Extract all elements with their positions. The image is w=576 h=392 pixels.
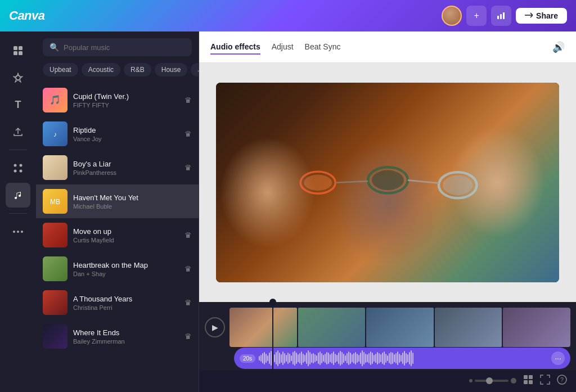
sidebar-item-music[interactable] <box>6 183 30 208</box>
music-panel: 🔍 Upbeat Acoustic R&B House Jazz › 🎵 <box>36 31 199 392</box>
volume-icon[interactable]: 🔊 <box>552 41 565 53</box>
audio-track-row: 20s ··· <box>199 347 576 370</box>
waveform-bar <box>392 353 393 364</box>
waveform-bar <box>264 352 265 364</box>
waveform-bar <box>318 353 319 364</box>
sidebar-item-elements[interactable] <box>6 65 30 90</box>
zoom-thumb[interactable] <box>486 377 493 384</box>
play-button[interactable]: ▶ <box>205 317 225 337</box>
album-art: 🎵 <box>43 88 68 112</box>
search-input-wrap[interactable]: 🔍 <box>43 38 192 56</box>
waveform-bar <box>262 353 263 363</box>
genre-tag-jazz[interactable]: Jazz › <box>191 63 199 76</box>
video-strip-3[interactable] <box>366 308 434 347</box>
music-title: Where It Ends <box>73 328 179 337</box>
music-info: A Thousand Years Christina Perri <box>73 295 179 311</box>
audio-track[interactable]: 20s ··· <box>234 348 570 369</box>
waveform-bar <box>379 353 380 363</box>
svg-rect-38 <box>524 380 528 384</box>
genre-tag-rnb[interactable]: R&B <box>124 63 151 76</box>
fullscreen-button[interactable] <box>540 375 550 387</box>
sidebar-item-more[interactable] <box>6 219 30 244</box>
premium-icon: ♛ <box>184 264 192 273</box>
svg-line-34 <box>335 181 368 183</box>
list-item[interactable]: ♪ Riptide Vance Joy ♛ <box>36 117 199 151</box>
waveform-bar <box>323 355 324 362</box>
grid-view-button[interactable] <box>523 375 533 387</box>
video-strip-1[interactable] <box>230 308 297 347</box>
list-item[interactable]: Boy's a Liar PinkPantheress ♛ <box>36 151 199 184</box>
tab-beat-sync[interactable]: Beat Sync <box>305 40 341 55</box>
share-button[interactable]: Share <box>516 8 567 24</box>
svg-point-31 <box>372 170 404 190</box>
waveform-bar <box>357 354 358 363</box>
svg-point-14 <box>13 231 15 233</box>
analytics-button[interactable] <box>491 6 511 26</box>
video-strip-5[interactable] <box>503 308 570 347</box>
waveform-bar <box>404 351 405 366</box>
svg-text:MB: MB <box>50 198 60 206</box>
waveform-bar <box>382 353 383 364</box>
search-input[interactable] <box>64 43 185 52</box>
bottom-toolbar: ? <box>199 370 576 392</box>
waveform-bar <box>291 355 292 361</box>
list-item[interactable]: 🎵 Cupid (Twin Ver.) FIFTY FIFTY ♛ <box>36 83 199 117</box>
music-artist: Curtis Mayfield <box>73 237 179 244</box>
waveform-bar <box>294 351 295 366</box>
list-item[interactable]: A Thousand Years Christina Perri ♛ <box>36 286 199 319</box>
video-frame <box>216 83 559 282</box>
music-title: A Thousand Years <box>73 295 179 303</box>
genre-tag-acoustic[interactable]: Acoustic <box>82 63 120 76</box>
svg-point-29 <box>304 174 332 190</box>
waveform-bar <box>402 353 403 364</box>
right-area: Audio effects Adjust Beat Sync 🔊 <box>199 31 576 392</box>
zoom-slider[interactable] <box>469 378 516 384</box>
waveform-bar <box>377 352 378 364</box>
help-button[interactable]: ? <box>557 375 567 387</box>
sidebar-item-text[interactable]: T <box>6 92 30 117</box>
waveform-bar <box>304 355 305 362</box>
svg-rect-7 <box>19 51 22 55</box>
list-item[interactable]: Heartbreak on the Map Dan + Shay ♛ <box>36 252 199 286</box>
waveform-bar <box>308 350 309 366</box>
playhead <box>272 302 273 392</box>
list-item-highlighted[interactable]: MB Haven't Met You Yet Michael Buble Cha… <box>36 184 199 218</box>
list-item[interactable]: Move on up Curtis Mayfield ♛ <box>36 218 199 252</box>
music-info: Boy's a Liar PinkPantheress <box>73 160 179 176</box>
waveform-bar <box>299 353 300 363</box>
sidebar-item-grid[interactable] <box>6 38 30 63</box>
waveform-bar <box>358 355 359 362</box>
add-collaborator-button[interactable]: + <box>466 6 487 26</box>
waveform-bar <box>345 355 346 361</box>
music-title: Boy's a Liar <box>73 160 179 168</box>
svg-rect-6 <box>14 51 17 55</box>
music-artist: PinkPantheress <box>73 169 179 176</box>
premium-icon: ♛ <box>184 96 192 105</box>
video-strip-2[interactable] <box>298 308 366 347</box>
list-item[interactable]: Where It Ends Bailey Zimmerman ♛ <box>36 319 199 353</box>
genre-tag-house[interactable]: House <box>155 63 188 76</box>
audio-time-badge: 20s <box>240 354 255 363</box>
tab-audio-effects[interactable]: Audio effects <box>210 40 260 55</box>
audio-more-button[interactable]: ··· <box>551 352 565 365</box>
premium-icon: ♛ <box>184 129 192 138</box>
video-strip-4[interactable] <box>435 308 502 347</box>
genre-tag-upbeat[interactable]: Upbeat <box>43 63 78 76</box>
music-info: Where It Ends Bailey Zimmerman <box>73 328 179 345</box>
waveform-bar <box>309 352 310 364</box>
waveform-bar <box>298 354 299 362</box>
tab-adjust[interactable]: Adjust <box>272 40 294 55</box>
svg-rect-0 <box>497 16 499 19</box>
music-artist: FIFTY FIFTY <box>73 102 179 109</box>
album-art <box>43 155 68 180</box>
waveform-bar <box>287 353 289 364</box>
waveform-bar <box>374 355 375 362</box>
waveform-bar <box>336 355 338 362</box>
music-title: Move on up <box>73 227 179 236</box>
waveform-bar <box>380 354 381 362</box>
sidebar-item-upload[interactable] <box>6 119 30 144</box>
sidebar-item-apps[interactable] <box>6 156 30 181</box>
avatar[interactable] <box>442 6 462 26</box>
waveform-bar <box>284 353 285 363</box>
waveform-bar <box>346 353 348 363</box>
